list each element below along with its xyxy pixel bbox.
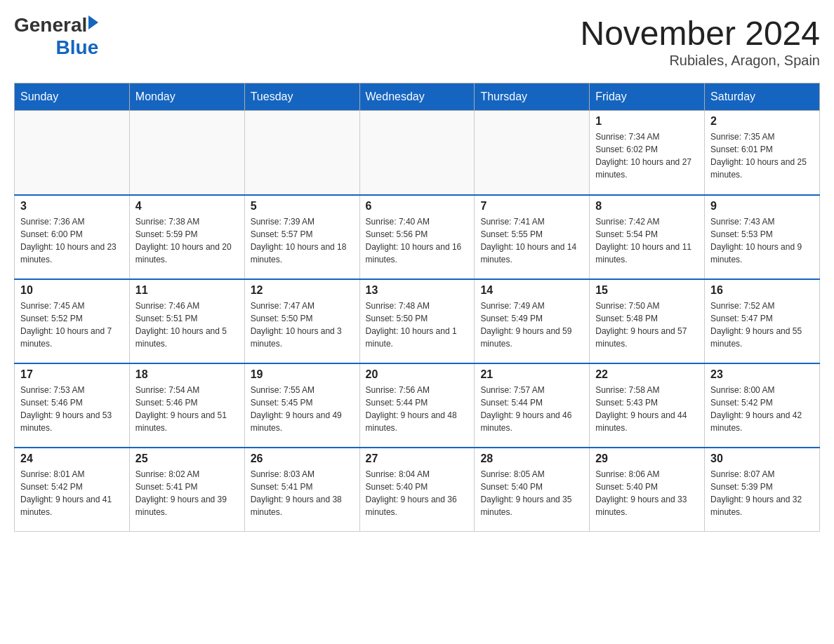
day-info: Sunrise: 7:34 AMSunset: 6:02 PMDaylight:… (595, 130, 699, 181)
day-number: 11 (135, 284, 239, 297)
calendar-week-row: 3Sunrise: 7:36 AMSunset: 6:00 PMDaylight… (15, 195, 820, 279)
calendar-day-cell (129, 111, 244, 195)
day-number: 17 (20, 368, 124, 381)
day-number: 22 (595, 368, 699, 381)
calendar-day-cell: 19Sunrise: 7:55 AMSunset: 5:45 PMDayligh… (244, 363, 359, 448)
day-info: Sunrise: 7:56 AMSunset: 5:44 PMDaylight:… (366, 384, 469, 434)
day-number: 6 (366, 200, 469, 213)
calendar-day-cell: 18Sunrise: 7:54 AMSunset: 5:46 PMDayligh… (129, 363, 244, 448)
day-info: Sunrise: 7:52 AMSunset: 5:47 PMDaylight:… (710, 300, 814, 350)
day-info: Sunrise: 7:49 AMSunset: 5:49 PMDaylight:… (480, 300, 583, 350)
calendar-day-cell: 10Sunrise: 7:45 AMSunset: 5:52 PMDayligh… (15, 279, 130, 363)
calendar-week-row: 1Sunrise: 7:34 AMSunset: 6:02 PMDaylight… (15, 111, 820, 195)
calendar-day-cell: 11Sunrise: 7:46 AMSunset: 5:51 PMDayligh… (129, 279, 244, 363)
calendar-day-header: Wednesday (359, 83, 475, 111)
day-info: Sunrise: 7:42 AMSunset: 5:54 PMDaylight:… (595, 215, 699, 266)
calendar-day-header: Saturday (705, 83, 820, 111)
day-info: Sunrise: 7:50 AMSunset: 5:48 PMDaylight:… (595, 300, 699, 350)
calendar-day-cell: 23Sunrise: 8:00 AMSunset: 5:42 PMDayligh… (705, 363, 820, 448)
day-number: 13 (366, 284, 469, 297)
calendar-day-cell: 30Sunrise: 8:07 AMSunset: 5:39 PMDayligh… (705, 448, 820, 532)
day-info: Sunrise: 7:40 AMSunset: 5:56 PMDaylight:… (366, 215, 469, 266)
day-number: 2 (710, 115, 814, 128)
day-number: 20 (366, 368, 469, 381)
title-area: November 2024 Rubiales, Aragon, Spain (580, 14, 820, 69)
calendar-table: SundayMondayTuesdayWednesdayThursdayFrid… (14, 83, 820, 532)
day-info: Sunrise: 8:01 AMSunset: 5:42 PMDaylight:… (20, 468, 124, 518)
day-number: 10 (20, 284, 124, 297)
logo-general: General (14, 14, 87, 36)
day-info: Sunrise: 7:38 AMSunset: 5:59 PMDaylight:… (135, 215, 239, 266)
calendar-day-cell: 28Sunrise: 8:05 AMSunset: 5:40 PMDayligh… (475, 448, 590, 532)
logo-arrow-icon (88, 15, 98, 29)
day-number: 30 (710, 452, 814, 465)
day-info: Sunrise: 7:47 AMSunset: 5:50 PMDaylight:… (251, 300, 354, 350)
calendar-day-cell: 26Sunrise: 8:03 AMSunset: 5:41 PMDayligh… (244, 448, 359, 532)
day-info: Sunrise: 7:48 AMSunset: 5:50 PMDaylight:… (366, 300, 469, 350)
day-info: Sunrise: 7:45 AMSunset: 5:52 PMDaylight:… (20, 300, 124, 350)
day-number: 9 (710, 200, 814, 213)
calendar-day-cell (475, 111, 590, 195)
location-title: Rubiales, Aragon, Spain (580, 53, 820, 69)
calendar-day-cell: 4Sunrise: 7:38 AMSunset: 5:59 PMDaylight… (129, 195, 244, 279)
day-number: 7 (480, 200, 583, 213)
calendar-day-cell: 16Sunrise: 7:52 AMSunset: 5:47 PMDayligh… (705, 279, 820, 363)
day-info: Sunrise: 8:06 AMSunset: 5:40 PMDaylight:… (595, 468, 699, 518)
day-number: 14 (480, 284, 583, 297)
day-number: 4 (135, 200, 239, 213)
day-info: Sunrise: 7:43 AMSunset: 5:53 PMDaylight:… (710, 215, 814, 266)
calendar-day-cell: 22Sunrise: 7:58 AMSunset: 5:43 PMDayligh… (590, 363, 705, 448)
day-info: Sunrise: 7:54 AMSunset: 5:46 PMDaylight:… (135, 384, 239, 434)
month-title: November 2024 (580, 14, 820, 53)
day-info: Sunrise: 8:03 AMSunset: 5:41 PMDaylight:… (251, 468, 354, 518)
day-info: Sunrise: 7:46 AMSunset: 5:51 PMDaylight:… (135, 300, 239, 350)
calendar-day-cell: 7Sunrise: 7:41 AMSunset: 5:55 PMDaylight… (475, 195, 590, 279)
calendar-day-cell: 2Sunrise: 7:35 AMSunset: 6:01 PMDaylight… (705, 111, 820, 195)
day-number: 25 (135, 452, 239, 465)
calendar-day-cell: 13Sunrise: 7:48 AMSunset: 5:50 PMDayligh… (359, 279, 475, 363)
day-number: 26 (251, 452, 354, 465)
calendar-day-cell: 27Sunrise: 8:04 AMSunset: 5:40 PMDayligh… (359, 448, 475, 532)
calendar-day-cell: 24Sunrise: 8:01 AMSunset: 5:42 PMDayligh… (15, 448, 130, 532)
calendar-day-header: Thursday (475, 83, 590, 111)
logo-blue: Blue (56, 36, 99, 59)
calendar-header-row: SundayMondayTuesdayWednesdayThursdayFrid… (15, 83, 820, 111)
calendar-day-cell (15, 111, 130, 195)
calendar-day-cell: 5Sunrise: 7:39 AMSunset: 5:57 PMDaylight… (244, 195, 359, 279)
calendar-day-cell: 15Sunrise: 7:50 AMSunset: 5:48 PMDayligh… (590, 279, 705, 363)
calendar-day-cell: 21Sunrise: 7:57 AMSunset: 5:44 PMDayligh… (475, 363, 590, 448)
calendar-day-cell (244, 111, 359, 195)
day-number: 29 (595, 452, 699, 465)
day-number: 23 (710, 368, 814, 381)
day-info: Sunrise: 7:55 AMSunset: 5:45 PMDaylight:… (251, 384, 354, 434)
page-header: General Blue November 2024 Rubiales, Ara… (14, 14, 820, 69)
day-info: Sunrise: 7:36 AMSunset: 6:00 PMDaylight:… (20, 215, 124, 266)
calendar-week-row: 17Sunrise: 7:53 AMSunset: 5:46 PMDayligh… (15, 363, 820, 448)
calendar-day-cell: 17Sunrise: 7:53 AMSunset: 5:46 PMDayligh… (15, 363, 130, 448)
calendar-day-cell: 14Sunrise: 7:49 AMSunset: 5:49 PMDayligh… (475, 279, 590, 363)
calendar-day-cell: 12Sunrise: 7:47 AMSunset: 5:50 PMDayligh… (244, 279, 359, 363)
calendar-day-cell: 3Sunrise: 7:36 AMSunset: 6:00 PMDaylight… (15, 195, 130, 279)
day-info: Sunrise: 8:04 AMSunset: 5:40 PMDaylight:… (366, 468, 469, 518)
day-number: 24 (20, 452, 124, 465)
day-info: Sunrise: 7:41 AMSunset: 5:55 PMDaylight:… (480, 215, 583, 266)
calendar-day-header: Tuesday (244, 83, 359, 111)
day-number: 16 (710, 284, 814, 297)
day-number: 12 (251, 284, 354, 297)
day-info: Sunrise: 7:35 AMSunset: 6:01 PMDaylight:… (710, 130, 814, 181)
calendar-day-cell: 25Sunrise: 8:02 AMSunset: 5:41 PMDayligh… (129, 448, 244, 532)
day-number: 3 (20, 200, 124, 213)
day-info: Sunrise: 7:39 AMSunset: 5:57 PMDaylight:… (251, 215, 354, 266)
calendar-day-header: Sunday (15, 83, 130, 111)
day-number: 15 (595, 284, 699, 297)
calendar-day-header: Friday (590, 83, 705, 111)
calendar-day-cell: 29Sunrise: 8:06 AMSunset: 5:40 PMDayligh… (590, 448, 705, 532)
day-number: 8 (595, 200, 699, 213)
calendar-day-cell: 9Sunrise: 7:43 AMSunset: 5:53 PMDaylight… (705, 195, 820, 279)
day-number: 19 (251, 368, 354, 381)
day-number: 5 (251, 200, 354, 213)
calendar-day-cell: 1Sunrise: 7:34 AMSunset: 6:02 PMDaylight… (590, 111, 705, 195)
day-info: Sunrise: 8:00 AMSunset: 5:42 PMDaylight:… (710, 384, 814, 434)
logo: General Blue (14, 14, 98, 59)
day-info: Sunrise: 7:58 AMSunset: 5:43 PMDaylight:… (595, 384, 699, 434)
